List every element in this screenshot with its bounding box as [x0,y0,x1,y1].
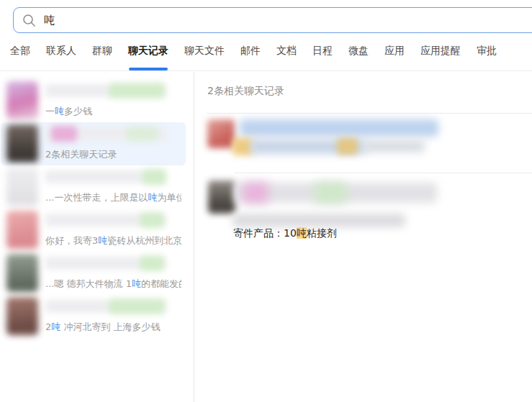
blurred-avatar [6,124,38,163]
blurred-message-line [363,140,425,152]
keyword-highlight: 吨 [148,192,157,203]
search-input[interactable] [42,13,532,27]
blurred-avatar [208,181,235,214]
match-snippet: 你好，我寄3吨瓷砖从杭州到北京... [45,234,181,247]
match-snippet: 一吨多少钱 [45,105,181,118]
search-category-tabs: 全部 联系人 群聊 聊天记录 聊天文件 邮件 文档 日程 微盘 应用 应用提醒 … [0,40,532,71]
blurred-avatar [6,297,38,335]
result-count-header: 2条相关聊天记录 [207,85,284,98]
tab-app-reminders[interactable]: 应用提醒 [420,45,461,71]
tab-approval[interactable]: 审批 [477,45,497,71]
blurred-keyword-highlight [337,138,358,155]
tab-docs[interactable]: 文档 [276,45,297,71]
list-item[interactable]: ...嗯 德邦大件物流 1吨的都能发的 [1,252,186,295]
search-icon [22,14,36,27]
blurred-avatar [6,81,38,119]
chat-record-detail-panel: 2条相关聊天记录 寄件产品：10吨粘接剂 [207,72,532,402]
keyword-highlight: 吨 [297,227,307,239]
tab-calendar[interactable]: 日程 [312,45,333,71]
blurred-avatar [6,254,38,292]
match-snippet: ...嗯 德邦大件物流 1吨的都能发的 [45,278,181,291]
tab-chat-history[interactable]: 聊天记录 [128,45,168,71]
list-item-selected[interactable]: 2条相关聊天记录 [1,122,186,165]
tab-chat-files[interactable]: 聊天文件 [184,45,225,71]
message-text: 寄件产品：10吨粘接剂 [233,227,337,240]
blurred-avatar [207,119,235,148]
blurred-name-highlight-green [315,183,346,203]
list-item[interactable]: 一吨多少钱 [1,79,186,122]
blurred-message-line [240,119,438,137]
keyword-highlight: 吨 [98,235,107,246]
tab-contacts[interactable]: 联系人 [46,45,76,71]
tab-group-chat[interactable]: 群聊 [92,45,112,71]
tab-mail[interactable]: 邮件 [240,45,261,71]
blurred-name [45,300,166,313]
tab-drive[interactable]: 微盘 [348,45,369,71]
list-item[interactable]: 你好，我寄3吨瓷砖从杭州到北京... [1,209,186,252]
keyword-highlight: 吨 [132,278,141,289]
chat-record-result-list: 一吨多少钱 2条相关聊天记录 ...一次性带走，上限是以吨为单位 你好，我寄3吨… [0,72,194,402]
search-box[interactable] [13,7,532,33]
divider [207,113,532,114]
blurred-name [45,214,166,227]
blurred-message-line [233,214,405,227]
list-item[interactable]: ...一次性带走，上限是以吨为单位 [1,165,186,209]
blurred-avatar [6,168,38,206]
match-snippet: ...一次性带走，上限是以吨为单位 [45,191,181,204]
tab-all[interactable]: 全部 [10,45,30,71]
keyword-highlight: 吨 [55,106,64,117]
tab-apps[interactable]: 应用 [384,45,405,71]
blurred-name [45,127,166,140]
blurred-avatar [6,211,38,249]
blurred-name-highlight-pink [243,183,269,203]
divider [234,173,532,173]
blurred-name [45,84,166,97]
blurred-name [45,170,166,183]
keyword-highlight: 吨 [51,321,60,332]
list-item[interactable]: 2吨 冲河北寄到 上海多少钱 [1,295,186,338]
active-tab-underline [129,68,168,70]
blurred-name [45,257,166,270]
match-snippet: 2吨 冲河北寄到 上海多少钱 [45,321,181,334]
match-snippet: 2条相关聊天记录 [45,148,181,161]
